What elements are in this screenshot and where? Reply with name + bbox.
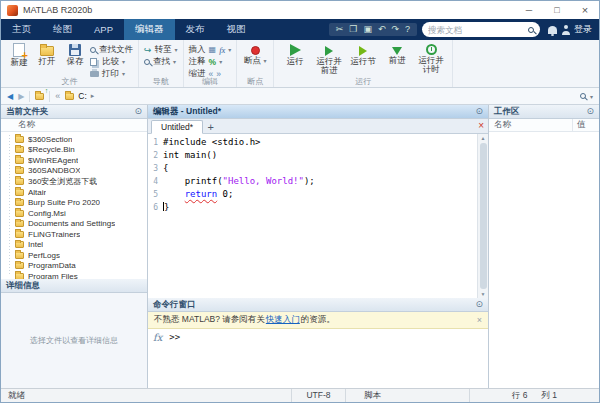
ribbon-section-breakpoints: 断点 ▾ 断点 xyxy=(237,40,274,87)
folder-item[interactable]: ProgramData xyxy=(1,261,147,272)
folder-item[interactable]: 360安全浏览器下载 xyxy=(1,176,147,187)
folder-column-header[interactable]: 名称 xyxy=(1,119,147,132)
folder-item[interactable]: $WinREAgent xyxy=(1,155,147,166)
breadcrumb-path[interactable]: C: xyxy=(78,91,87,101)
close-document-icon[interactable]: × xyxy=(478,121,484,131)
breakpoints-button[interactable]: 断点 ▾ xyxy=(242,42,268,66)
breadcrumb-chevron-icon[interactable]: ▸ xyxy=(91,92,95,100)
tab-plots[interactable]: 绘图 xyxy=(42,19,83,40)
folder-icon xyxy=(15,136,24,143)
doc-search-input[interactable] xyxy=(428,25,525,35)
divider xyxy=(29,91,30,102)
breadcrumb-collapse-icon[interactable]: « xyxy=(55,91,60,101)
new-button[interactable]: 新建 xyxy=(6,42,32,67)
advance-button[interactable]: 前进 xyxy=(381,42,413,65)
code-line[interactable]: 4 printf("Hello, World!"); xyxy=(148,175,477,188)
maximize-button[interactable]: □ xyxy=(543,1,571,19)
scrollbar-thumb[interactable] xyxy=(480,143,487,289)
folder-item[interactable]: Documents and Settings xyxy=(1,218,147,229)
code-text: } xyxy=(163,201,169,214)
undo-icon[interactable]: ↶ xyxy=(378,25,386,34)
getting-started-link[interactable]: 快速入门 xyxy=(266,314,300,326)
code-line[interactable]: 3{ xyxy=(148,162,477,175)
tab-publish[interactable]: 发布 xyxy=(175,19,216,40)
tab-view[interactable]: 视图 xyxy=(216,19,257,40)
notification-bell-icon[interactable] xyxy=(548,26,557,34)
tab-home[interactable]: 主页 xyxy=(1,19,42,40)
close-button[interactable]: × xyxy=(571,1,599,19)
folder-item[interactable]: FLiNGTrainers xyxy=(1,229,147,240)
copy-icon[interactable]: ❐ xyxy=(349,25,357,34)
paste-icon[interactable]: ▣ xyxy=(363,25,372,34)
command-window-header: 命令行窗口 ⊙ xyxy=(148,298,488,312)
cut-icon[interactable]: ✂ xyxy=(336,25,344,34)
goto-button[interactable]: ↪ 转至 ▾ xyxy=(144,44,178,55)
panel-menu-icon[interactable]: ⊙ xyxy=(475,300,483,309)
folder-item[interactable]: 360SANDBOX xyxy=(1,166,147,177)
tab-editor[interactable]: 编辑器 xyxy=(124,19,175,40)
panel-menu-icon[interactable]: ⊙ xyxy=(475,107,483,116)
line-number: 3 xyxy=(148,162,163,175)
folder-item[interactable]: Altair xyxy=(1,187,147,198)
section-break-icon: ▦ xyxy=(209,45,217,54)
section-label-file: 文件 xyxy=(1,77,138,87)
folder-item[interactable]: $360Section xyxy=(1,134,147,145)
code-line[interactable]: 1#include <stdio.h> xyxy=(148,136,477,149)
scroll-up-icon[interactable]: ▲ xyxy=(481,135,486,141)
doc-search-box[interactable] xyxy=(422,22,540,37)
browse-folder-search-icon[interactable] xyxy=(580,93,586,99)
editor-tab-untitled[interactable]: Untitled* xyxy=(151,120,203,134)
panel-menu-icon[interactable]: ⊙ xyxy=(586,107,594,116)
run-advance-icon xyxy=(325,46,333,56)
command-window[interactable]: fx >> xyxy=(148,329,488,388)
code-editor[interactable]: 1#include <stdio.h>2int main()3{4 printf… xyxy=(148,134,488,298)
code-text: int main() xyxy=(163,149,217,162)
find-button[interactable]: 查找 ▾ xyxy=(144,56,178,67)
help-icon[interactable]: ? xyxy=(405,25,410,34)
minimize-button[interactable]: ─ xyxy=(515,1,543,19)
ribbon-section-navigate: ↪ 转至 ▾ 查找 ▾ 导航 xyxy=(139,40,184,87)
comment-button[interactable]: 注释 % ▾ xyxy=(189,56,232,67)
run-button[interactable]: 运行 xyxy=(279,42,311,66)
code-line[interactable]: 6} xyxy=(148,201,477,214)
code-token: #include <stdio.h> xyxy=(163,137,261,147)
panel-menu-icon[interactable]: ⊙ xyxy=(134,107,142,116)
folder-item[interactable]: Program Files xyxy=(1,271,147,279)
folder-item[interactable]: Burp Suite Pro 2020 xyxy=(1,197,147,208)
code-line[interactable]: 2int main() xyxy=(148,149,477,162)
folder-item[interactable]: Intel xyxy=(1,239,147,250)
code-token: return xyxy=(185,189,218,199)
details-header[interactable]: 详细信息 xyxy=(1,279,147,293)
scroll-down-icon[interactable]: ▼ xyxy=(481,291,486,297)
run-and-advance-button[interactable]: 运行并前进 xyxy=(313,42,345,75)
redo-icon[interactable]: ↷ xyxy=(391,25,399,34)
sign-in-button[interactable]: 登录 xyxy=(562,23,592,36)
back-button[interactable]: ◀ xyxy=(7,92,13,101)
breadcrumb[interactable]: C: ▸ xyxy=(65,91,94,101)
forward-button[interactable]: ▶ xyxy=(18,92,24,101)
workspace-body[interactable] xyxy=(489,132,599,388)
dropdown-icon[interactable]: ▾ xyxy=(590,93,593,100)
folder-item[interactable]: PerfLogs xyxy=(1,250,147,261)
run-and-time-button[interactable]: 运行并计时 xyxy=(415,42,447,74)
workspace-col-name[interactable]: 名称 xyxy=(489,119,573,131)
find-files-button[interactable]: 查找文件 xyxy=(90,44,133,55)
notice-close-icon[interactable]: × xyxy=(477,315,482,325)
code-token: ); xyxy=(304,176,315,186)
up-one-level-button[interactable]: ↑ xyxy=(35,93,44,100)
compare-button[interactable]: 比较 ▾ xyxy=(90,56,133,67)
open-button[interactable]: 打开 xyxy=(34,42,60,66)
tab-apps[interactable]: APP xyxy=(83,19,124,40)
ribbon-tab-bar: 主页绘图APP编辑器发布视图 ✂❐▣↶↷? 登录 xyxy=(1,19,599,40)
code-line[interactable]: 5 return 0; xyxy=(148,188,477,201)
run-section-button[interactable]: 运行节 xyxy=(347,42,379,66)
new-tab-button[interactable]: + xyxy=(203,120,218,133)
compare-icon xyxy=(90,58,97,66)
workspace-col-value[interactable]: 值 xyxy=(573,119,599,131)
folder-item[interactable]: Config.Msi xyxy=(1,208,147,219)
editor-scrollbar[interactable]: ▲ ▼ xyxy=(477,134,488,298)
user-icon xyxy=(562,26,570,34)
save-button[interactable]: 保存 xyxy=(62,42,88,66)
insert-button[interactable]: 插入 ▦ fx ▾ xyxy=(189,44,232,55)
folder-item[interactable]: $Recycle.Bin xyxy=(1,145,147,156)
